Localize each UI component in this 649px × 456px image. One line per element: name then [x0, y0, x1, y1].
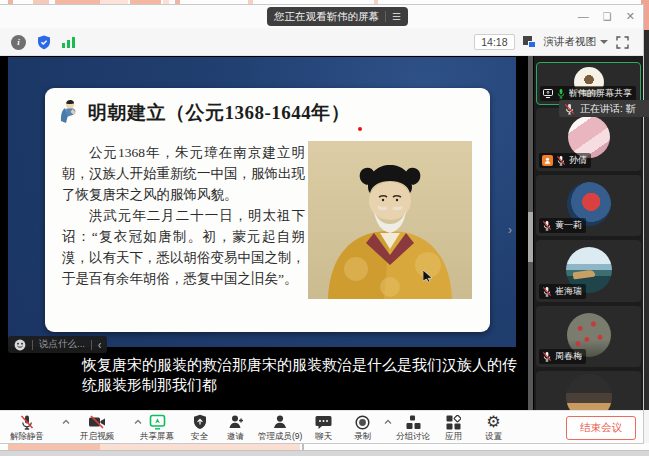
chat-button[interactable]: 聊天	[315, 414, 332, 443]
mic-muted-icon	[542, 351, 552, 362]
meeting-info-icon[interactable]: i	[11, 35, 26, 50]
meeting-controlbar: i 14:18 演讲者视图	[0, 28, 643, 56]
participant-name: 靳伟的屏幕共享	[569, 87, 632, 100]
emperor-portrait-image	[308, 141, 472, 299]
divider	[32, 340, 33, 350]
end-meeting-button[interactable]: 结束会议	[566, 416, 636, 440]
watching-screen-label: 您正在观看靳伟的屏幕	[274, 10, 379, 24]
divider	[91, 340, 92, 350]
slide-body-text: 公元1368年，朱元璋在南京建立明朝，汉族人开始重新统一中国，服饰出现了恢复唐宋…	[62, 142, 305, 289]
emoji-icon[interactable]	[14, 339, 26, 351]
minimize-button[interactable]: —	[578, 11, 589, 22]
window-titlebar: 您正在观看靳伟的屏幕 ☰ — ❑ ✕	[0, 5, 643, 28]
caption-input-placeholder[interactable]: 说点什么...	[39, 338, 85, 351]
desktop-background-bottom	[0, 443, 649, 450]
chevron-down-icon	[600, 40, 608, 44]
security-shield-icon[interactable]	[37, 35, 51, 50]
laser-pointer-dot	[358, 127, 362, 131]
participant-tile-screen-share[interactable]: 靳伟的屏幕共享	[536, 62, 641, 105]
start-video-button[interactable]: 开启视频	[80, 414, 114, 443]
participant-tile[interactable]: 周春梅	[536, 306, 641, 367]
view-mode-dropdown[interactable]: 演讲者视图	[544, 35, 609, 49]
participant-name-bar: 孙倩	[539, 153, 591, 168]
microphone-muted-icon	[19, 414, 35, 430]
mic-muted-icon	[564, 103, 575, 115]
participant-name: 黄一莉	[555, 219, 582, 232]
window-controls: — ❑ ✕	[578, 5, 635, 28]
mic-muted-icon	[556, 155, 566, 166]
participant-name-bar: 崔海瑞	[539, 284, 586, 299]
avatar-detail	[572, 270, 595, 280]
camera-off-icon	[88, 414, 106, 430]
participant-name: 周春梅	[555, 350, 582, 363]
participant-name: 孙倩	[569, 154, 587, 167]
participant-name-bar: 黄一莉	[539, 218, 586, 233]
slide-card: 明朝建立（公元1368-1644年） 公元1368年，朱元璋在南京建立明朝，汉族…	[45, 88, 490, 332]
speaking-now-label: 正在讲话: 靳	[580, 102, 636, 116]
security-button[interactable]: 安全	[191, 414, 208, 443]
watching-screen-pill[interactable]: 您正在观看靳伟的屏幕 ☰	[267, 7, 408, 26]
breakout-blocks-icon	[406, 414, 421, 430]
speaking-now-banner: 正在讲话: 靳	[559, 100, 649, 117]
panel-collapse-arrow[interactable]: ›	[508, 223, 512, 237]
participant-tile[interactable]: 崔海瑞	[536, 240, 641, 302]
network-signal-icon[interactable]	[62, 36, 75, 48]
slide-title: 明朝建立（公元1368-1644年）	[88, 100, 350, 126]
mouse-cursor	[423, 270, 432, 282]
invite-person-icon	[228, 414, 244, 430]
manage-members-button[interactable]: 管理成员(9)	[258, 414, 302, 443]
settings-button[interactable]: ⚙ 设置	[485, 414, 502, 443]
gear-icon: ⚙	[486, 414, 500, 430]
scrollbar-thumb[interactable]	[528, 212, 533, 262]
apps-button[interactable]: 应用	[445, 414, 462, 443]
record-icon	[355, 414, 370, 430]
meeting-window: 您正在观看靳伟的屏幕 ☰ — ❑ ✕ i 14:18	[0, 5, 643, 443]
participant-name-bar: 靳伟的屏幕共享	[540, 86, 636, 101]
avatar	[566, 374, 612, 410]
apps-grid-icon	[446, 414, 461, 430]
participant-name-bar: 周春梅	[539, 349, 586, 364]
record-button[interactable]: 录制	[354, 414, 371, 443]
slide-paragraph: 洪武元年二月二十一日，明太祖下诏：“复衣冠如唐制。初，蒙元起自朔漠，以有天下，悉…	[62, 205, 305, 289]
unmute-button[interactable]: 解除静音	[10, 414, 44, 443]
maximize-button[interactable]: ❑	[603, 12, 612, 22]
fullscreen-icon[interactable]	[616, 36, 629, 49]
screen: 您正在观看靳伟的屏幕 ☰ — ❑ ✕ i 14:18	[0, 0, 649, 456]
close-button[interactable]: ✕	[626, 11, 635, 22]
members-icon	[272, 414, 288, 430]
panel-scrollbar[interactable]	[528, 56, 533, 410]
layout-view-icon[interactable]	[523, 36, 536, 48]
live-subtitles: 恢复唐宋的服装的救治那唐宋的服装救治是什么是我们汉族人的传 统服装形制那我们都	[82, 355, 552, 395]
slide-paragraph: 公元1368年，朱元璋在南京建立明朝，汉族人开始重新统一中国，服饰出现了恢复唐宋…	[62, 142, 305, 205]
scholar-clipart-icon	[59, 99, 81, 126]
mic-muted-icon	[542, 220, 552, 231]
caption-input-bar[interactable]: 说点什么... ‹	[8, 336, 107, 353]
share-screen-button[interactable]: 共享屏幕	[140, 414, 174, 443]
collapse-caption-icon[interactable]: ‹	[98, 338, 101, 351]
breakout-rooms-button[interactable]: 分组讨论	[396, 414, 430, 443]
view-mode-label: 演讲者视图	[544, 35, 597, 49]
desktop-taskbar-edge	[0, 450, 649, 456]
avatar	[568, 116, 610, 158]
desktop-background-right	[643, 30, 649, 410]
shared-slide: 明朝建立（公元1368-1644年） 公元1368年，朱元璋在南京建立明朝，汉族…	[8, 57, 516, 347]
subtitle-line: 统服装形制那我们都	[82, 375, 552, 395]
shield-icon	[193, 414, 207, 430]
invite-button[interactable]: 邀请	[227, 414, 244, 443]
screen-share-icon	[543, 89, 553, 98]
mic-active-icon	[556, 88, 566, 99]
pill-menu-icon[interactable]: ☰	[392, 12, 401, 22]
mic-options-chevron[interactable]	[62, 419, 70, 425]
participant-name: 崔海瑞	[555, 285, 582, 298]
participant-tile[interactable]	[536, 371, 641, 410]
meeting-toolbar: 解除静音 开启视频 共享屏幕	[0, 410, 643, 443]
participant-tile[interactable]: 孙倩	[536, 108, 641, 171]
subtitle-line: 恢复唐宋的服装的救治那唐宋的服装救治是什么是我们汉族人的传	[82, 355, 552, 375]
host-badge-icon	[542, 155, 553, 166]
main-content: 明朝建立（公元1368-1644年） 公元1368年，朱元璋在南京建立明朝，汉族…	[0, 56, 643, 410]
chat-bubble-icon	[315, 414, 332, 430]
record-options-chevron[interactable]	[384, 419, 392, 425]
participant-tile[interactable]: 黄一莉	[536, 175, 641, 236]
share-screen-icon	[149, 414, 166, 430]
mic-muted-icon	[542, 286, 552, 297]
